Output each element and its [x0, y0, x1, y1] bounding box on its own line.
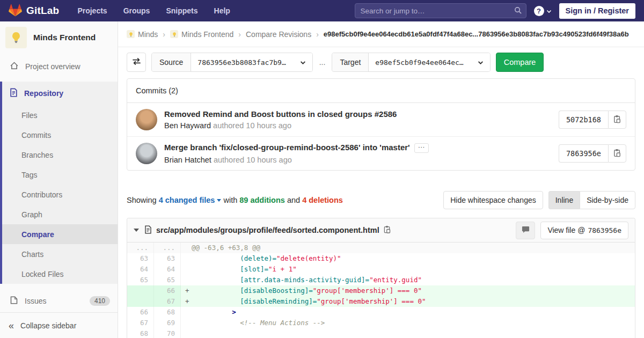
diff-view-toggle: Inline Side-by-side	[548, 191, 635, 209]
diff-line-number-old[interactable]: 65	[127, 275, 154, 285]
nav-link-help[interactable]: Help	[214, 6, 230, 15]
side-by-side-view-button[interactable]: Side-by-side	[580, 191, 635, 209]
sidebar-item-compare[interactable]: Compare	[2, 224, 118, 244]
code-segment-str: "delete(entity)"	[276, 254, 341, 262]
diff-line-code: + [disableBoosting]="group['membership']…	[181, 285, 635, 296]
diff-line-number-new[interactable]: 69	[154, 318, 181, 328]
search-icon[interactable]	[514, 6, 522, 16]
commit-title-link[interactable]: Removed Remind and Boost buttons in clos…	[164, 109, 397, 119]
chevron-down-icon	[300, 58, 306, 67]
target-ref-value: e98ef5cb0f9e4ee064ec…	[375, 58, 463, 67]
breadcrumb-group-link[interactable]: Minds	[127, 30, 158, 39]
diff-line-number-new[interactable]: ...	[154, 243, 181, 253]
caret-down-icon	[217, 199, 221, 202]
changed-files-dropdown[interactable]: 4 changed files	[159, 196, 222, 204]
sidebar-item-commits[interactable]: Commits	[2, 125, 118, 145]
code-segment-str: "entity.guid"	[369, 276, 422, 284]
sidebar-item-graph[interactable]: Graph	[2, 204, 118, 224]
commit-authored-time: authored 10 hours ago	[211, 121, 291, 130]
sidebar-item-issues[interactable]: Issues 410	[0, 290, 118, 312]
diff-line-number-new[interactable]: 67	[154, 296, 181, 307]
diff-line-number-new[interactable]: 65	[154, 275, 181, 285]
commit-sha-button[interactable]: 7863956e	[559, 144, 608, 163]
project-avatar[interactable]	[5, 27, 27, 48]
sidebar-item-project-overview[interactable]: Project overview	[0, 56, 118, 77]
compare-button[interactable]: Compare	[496, 53, 544, 72]
nav-link-snippets[interactable]: Snippets	[166, 6, 197, 15]
sidebar-item-repository[interactable]: Repository	[2, 82, 118, 105]
compare-revisions-form: Source 7863956e3b8083fac7b9… ... Target …	[127, 53, 635, 72]
diff-line-number-old[interactable]	[127, 285, 154, 296]
diff-line-number-old[interactable]: 67	[127, 318, 154, 328]
diff-line-number-new[interactable]: 70	[154, 328, 181, 338]
diff-line-number-old[interactable]: 64	[127, 264, 154, 275]
avatar[interactable]	[136, 109, 157, 130]
diff-line-number-new[interactable]: 66	[154, 285, 181, 296]
sidebar-item-branches[interactable]: Branches	[2, 145, 118, 165]
code-segment-attr: [disableReminding]=	[192, 297, 317, 305]
diff-line-number-new[interactable]: 68	[154, 307, 181, 318]
diff-line-number-new[interactable]: 63	[154, 253, 181, 264]
gitlab-logo[interactable]: GitLab	[9, 4, 59, 18]
repository-subitems: FilesCommitsBranchesTagsContributorsGrap…	[2, 105, 118, 284]
commit-row: Removed Remind and Boost buttons in clos…	[127, 103, 635, 136]
copy-sha-button[interactable]	[608, 144, 626, 163]
code-segment-tag: >	[192, 308, 236, 316]
sidebar-item-files[interactable]: Files	[2, 105, 118, 125]
sidebar-item-label: Repository	[24, 89, 63, 98]
diff-line-number-old[interactable]	[127, 296, 154, 307]
swap-revisions-button[interactable]	[127, 53, 146, 72]
commit-author-link[interactable]: Ben Hayward	[164, 121, 211, 130]
code-segment-attr: [attr.data-minds-activity-guid]=	[192, 276, 369, 284]
nav-link-projects[interactable]: Projects	[77, 6, 107, 15]
source-ref-dropdown[interactable]: 7863956e3b8083fac7b9…	[191, 53, 312, 71]
diff-file-header: src/app/modules/groups/profile/feed/sort…	[127, 218, 635, 243]
sidebar-item-charts[interactable]: Charts	[2, 244, 118, 264]
diff-line-marker: +	[185, 285, 192, 296]
additions-count: 89 additions	[239, 196, 285, 204]
toggle-comments-button[interactable]	[516, 222, 535, 239]
diff-line-number-old[interactable]: ...	[127, 243, 154, 253]
diff-file-path[interactable]: src/app/modules/groups/profile/feed/sort…	[156, 226, 379, 234]
target-ref-dropdown[interactable]: e98ef5cb0f9e4ee064ec…	[369, 53, 489, 71]
diff-line-code: + [disableReminding]="group['membership'…	[181, 296, 635, 307]
sidebar-item-contributors[interactable]: Contributors	[2, 185, 118, 204]
collapse-diff-caret-icon[interactable]	[134, 229, 139, 232]
hide-whitespace-button[interactable]: Hide whitespace changes	[443, 191, 543, 209]
inline-view-button[interactable]: Inline	[548, 191, 580, 209]
clipboard-icon	[613, 149, 621, 159]
global-search	[355, 3, 526, 18]
commit-sha-button[interactable]: 5072b168	[559, 111, 608, 129]
breadcrumb-separator: ›	[163, 30, 165, 39]
view-file-label: View file @	[547, 226, 585, 234]
diff-line-number-old[interactable]: 68	[127, 328, 154, 338]
avatar[interactable]	[136, 143, 157, 164]
breadcrumb-section-link[interactable]: Compare Revisions	[246, 30, 311, 39]
project-name[interactable]: Minds Frontend	[33, 33, 96, 42]
copy-path-icon[interactable]	[384, 225, 391, 235]
diff-line-number-new[interactable]: 64	[154, 264, 181, 275]
diff-line: 67+ [disableReminding]="group['membershi…	[127, 296, 635, 307]
breadcrumb-project-link[interactable]: Minds Frontend	[170, 30, 233, 39]
sign-in-button[interactable]: Sign in / Register	[559, 3, 635, 19]
help-menu[interactable]: ?	[534, 6, 552, 16]
code-segment-cmt: <!-- Menu Actions -->	[192, 319, 325, 327]
copy-sha-button[interactable]	[608, 111, 626, 129]
sidebar-item-locked-files[interactable]: Locked Files	[2, 264, 118, 284]
diff-line-number-old[interactable]: 63	[127, 253, 154, 264]
sidebar-item-tags[interactable]: Tags	[2, 165, 118, 185]
collapse-sidebar-button[interactable]: « Collapse sidebar	[0, 312, 118, 338]
diff-line-number-old[interactable]: 66	[127, 307, 154, 318]
code-segment-attr: (delete)=	[192, 254, 276, 262]
and-label: and	[287, 196, 300, 204]
lightbulb-icon	[127, 30, 135, 38]
search-input[interactable]	[355, 3, 526, 18]
breadcrumb-separator: ›	[316, 30, 319, 39]
view-file-button[interactable]: View file @ 7863956e	[540, 222, 628, 239]
commit-title-link[interactable]: Merge branch 'fix/closed-group-remind-bo…	[164, 143, 410, 152]
commit-description-toggle-button[interactable]: ···	[414, 143, 429, 153]
commit-author-link[interactable]: Brian Hatchet	[164, 156, 211, 164]
nav-link-groups[interactable]: Groups	[123, 6, 150, 15]
source-ref-value: 7863956e3b8083fac7b9…	[197, 58, 286, 67]
diff-table: ......@@ -63,6 +63,8 @@6363 (delete)="de…	[127, 243, 635, 338]
